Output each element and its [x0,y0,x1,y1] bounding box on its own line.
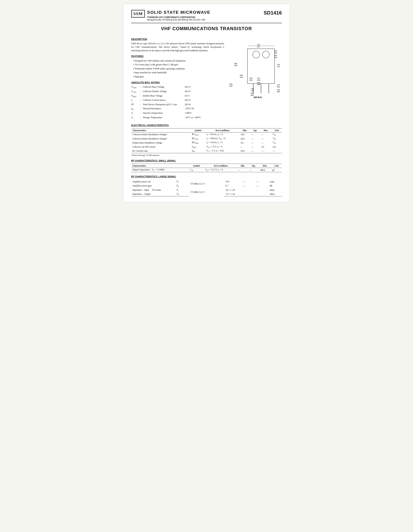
ratings-sym: VEBO [131,94,139,98]
dim-label: .845 [234,65,237,66]
svg-point-5 [262,51,269,58]
col-sym: Symbol [191,128,205,132]
table-row: Collector-Emitter Breakdown Voltage* BVC… [131,132,282,137]
package-label: .500 6LFL [253,96,262,98]
feature-item: Withstands infinite VSWR under operating… [133,67,224,71]
min-val: 6.7 [224,184,242,188]
rf-small-section: RF CHARACTERISTICS: SMALL SIGNAL Charact… [131,159,282,172]
min-val: .58 + J .44 [224,188,269,192]
ratings-desc: Emitter-Base Voltage [143,94,184,98]
thermal-resistance-row: φjc : Thermal Resistance .795°C/W [131,107,224,111]
typ-val: — [250,137,260,141]
table-row: Collector Cut Off Current ICBO Vcb = 15 … [131,145,282,149]
ratings-desc: Collector-Base Voltage [143,85,184,89]
dim-label: .990 [250,92,254,94]
junction-temperature-val: +200°C [185,111,202,115]
transistor-diagram: .730 .720 .235 .225 .160 .155 .865 .845 … [228,37,294,99]
amplifier-power-gain-label: Amplifier power gain [131,184,176,188]
ratings-sym: VCEO [131,90,139,94]
left-column: DESCRIPTION SSM device type SD1416 is a … [131,35,224,120]
table-row: Impedance – Input 70.0 watts Zs 175 MHz/… [131,188,282,192]
rf-large-section: RF CHARACTERISTICS: LARGE SIGNAL Amplifi… [131,175,282,196]
ratings-val: 4.0 V [185,94,202,98]
max-val: — [260,132,272,137]
sym-label: ICBO [191,145,205,149]
logo-text: SSM [133,11,143,16]
dim-label: .095 [276,91,280,93]
max-val: — [255,180,269,184]
sym-label: BVEBO [191,141,205,145]
ratings-row: Ic : Collector Current (max.) 20.0 A [131,98,224,102]
dim-label: .490 [257,84,260,86]
dim-label: .130 [276,64,280,66]
company-addr: Montgomeryville, PA 18936 ■ (215) 362-85… [147,19,282,21]
storage-temperature-val: −65°C to +200°C [185,116,202,119]
ratings-desc: Total Device Dissipation @25° Case [143,103,184,106]
sym-label: Po [176,180,189,184]
elec-characteristics-section: ELECTRICAL CHARACTERISTICS Characteristi… [131,124,282,156]
min-val: — [237,168,248,172]
ratings-val: 18.0 V [185,90,202,93]
ratings-val: 36.0 V [185,85,202,89]
rf-large-table: Amplifier power out Po 175 MHz/12.5 V 70… [131,180,282,196]
description-text: SSM device type SD1416 is a 12.5 volt ep… [131,42,224,52]
dim-label: .105 [276,89,280,91]
unit-val: ohms [269,192,282,196]
sym-label: Zs [176,188,189,192]
table-row: Emitter-Base Breakdown Voltage BVEBO Ie … [131,141,282,145]
company-title: SOLID STATE MICROWAVE [147,10,282,15]
svg-point-4 [253,51,260,58]
rf-small-table: Characteristics Symbol Test Conditions M… [131,164,282,172]
dim-label: .160 [274,55,277,57]
ratings-sym: Ic [131,98,139,102]
rf-large-title: RF CHARACTERISTICS: LARGE SIGNAL [131,175,282,178]
unit-val: ohms [269,188,282,192]
thermal-resistance-val: .795°C/W [185,107,202,110]
char-label: Emitter-Base Breakdown Voltage [131,141,191,145]
col-min: Min. [239,128,250,132]
table-row: DC Current Gain hFE Vcc = 5 V, Ic = 10A … [131,149,282,153]
unit-val: — [271,149,282,153]
dim-top2: .720 [256,46,260,48]
ratings-sym: Tj [131,111,139,115]
dim-label: .160 [239,76,243,78]
dim-label: .252 [276,86,280,88]
table-row: Amplifier power out Po 175 MHz/12.5 V 70… [131,180,282,184]
feature-item: 70.0 watts (min.) with greater than 6.7 … [133,63,224,66]
dim-label: .180 [239,74,243,76]
feature-item: High gain [133,75,224,78]
table-header-row: Characteristics Symbol Test Conditions M… [131,128,282,132]
min-val: .72 + J .44 [224,192,269,196]
part-number: SD1416 [264,10,282,16]
unit-val: Vdc [271,132,282,137]
test-cond: Ic = 50 mA, Ib = 0 [205,132,239,137]
ratings-sym: Ts [131,116,139,120]
col-max: Max. [259,164,271,168]
dim-label: .040 [249,79,253,81]
unit-val: pF [271,168,282,172]
dim-label: .730 [250,88,254,90]
dim-label: .110 [276,66,280,67]
test-cond: 175 MHz/12.5 V [189,188,224,196]
ratings-row: VCEO : Collector-Emitter Voltage 18.0 V [131,90,224,94]
typ-val: — [250,149,260,153]
feature-item: Designed for VHF military and commercial… [133,59,224,63]
typ-val: — [248,168,259,172]
ratings-sym: PT [131,103,139,106]
company-sub: THOMSON-CSF COMPONENTS CORPORATION [147,16,282,18]
sym-label: Pg [176,184,189,188]
col-typ: Typ. [248,164,259,168]
unit-val: Vdc [271,141,282,145]
ratings-val: 20.0 A [185,98,202,102]
col-min: Min. [237,164,248,168]
test-cond: 175 MHz/12.5 V [189,180,224,188]
dim-label: .210 [257,77,260,79]
max-val: 5.0 [260,145,272,149]
product-title: VHF COMMUNICATIONS TRANSISTOR [131,26,282,31]
ratings-table: VCBO : Collector-Base Voltage 36.0 V VCE… [131,85,224,120]
impedance-output-label: Impedance – Output [131,192,176,196]
min-val: 18.0 [239,132,250,137]
test-cond: Ie = 10 mA, Ic = 0 [205,141,239,145]
description-title: DESCRIPTION [131,38,224,41]
main-content: DESCRIPTION SSM device type SD1416 is a … [131,35,282,120]
